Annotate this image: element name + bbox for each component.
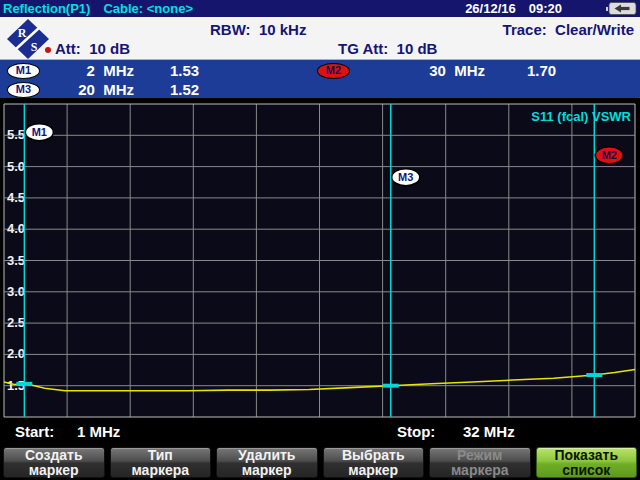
y-axis-tick-label: 4.5: [7, 190, 25, 205]
trace-mode-value: Trace: Clear/Write: [503, 21, 634, 38]
marker-badge-m3: M3: [7, 82, 40, 98]
marker-badge-m1: M1: [7, 63, 40, 79]
vswr-plot-svg: 5.55.04.54.03.53.02.52.01.5M1M2M3S11 (fc…: [0, 98, 640, 420]
marker-trace-tick-m3: [383, 384, 399, 388]
analyzer-screen: Reflection(P1) Cable: <none> 26/12/16 09…: [0, 0, 640, 480]
marker-table: M1 2 MHz 1.53 M2 30 MHz 1.70 M3 20 MHz 1…: [0, 60, 640, 98]
measurement-title: Reflection(P1) Cable: <none>: [3, 1, 193, 16]
softkey-marker-mode[interactable]: Режиммаркера: [429, 447, 531, 478]
measurement-mode-label: Reflection(P1): [3, 1, 90, 16]
marker-table-row: M1 2 MHz 1.53 M2 30 MHz 1.70: [0, 62, 640, 81]
y-axis-tick-label: 4.0: [7, 221, 25, 236]
start-value: 1 MHz: [77, 423, 120, 440]
rs-brand-logo-icon: R S: [6, 18, 50, 63]
svg-text:S: S: [31, 40, 38, 54]
vswr-chart: 5.55.04.54.03.53.02.52.01.5M1M2M3S11 (fc…: [0, 98, 640, 420]
tg-attenuation-value: TG Att: 10 dB: [338, 40, 437, 57]
stop-value: 32 MHz: [463, 423, 515, 440]
y-axis-tick-label: 5.0: [7, 159, 25, 174]
marker-badge-m2: M2: [317, 63, 350, 79]
title-bar: Reflection(P1) Cable: <none> 26/12/16 09…: [0, 0, 640, 17]
marker-m2-value: 1.70: [527, 62, 556, 80]
settings-bar: R S Att: 10 dB RBW: 10 kHz TG Att: 10 dB…: [0, 17, 640, 60]
time-label: 09:20: [529, 1, 562, 16]
cable-label: Cable: <none>: [103, 1, 193, 16]
softkey-delete-marker[interactable]: Удалитьмаркер: [216, 447, 318, 478]
red-dot-icon: [45, 47, 51, 53]
date-label: 26/12/16: [465, 1, 516, 16]
svg-text:R: R: [18, 26, 27, 40]
y-axis-tick-label: 2.5: [7, 315, 25, 330]
battery-charging-icon: [605, 2, 637, 15]
softkey-marker-type[interactable]: Типмаркера: [110, 447, 212, 478]
status-area: 26/12/16 09:20: [465, 1, 637, 16]
rbw-value: RBW: 10 kHz: [210, 21, 306, 38]
softkey-select-marker[interactable]: Выбратьмаркер: [323, 447, 425, 478]
softkey-show-list[interactable]: Показатьсписок: [536, 447, 638, 478]
marker-m3-value: 1.52: [170, 81, 199, 99]
marker-m1-value: 1.53: [170, 62, 199, 80]
marker-trace-tick-m1: [16, 382, 32, 386]
y-axis-tick-label: 3.5: [7, 253, 25, 268]
y-axis-tick-label: 2.0: [7, 346, 25, 361]
marker-badge-label: M1: [32, 126, 47, 138]
y-axis-tick-label: 3.0: [7, 284, 25, 299]
marker-m2-freq: 30 MHz: [385, 62, 485, 80]
chart-title: S11 (fcal) VSWR: [531, 109, 631, 124]
marker-badge-label: M3: [398, 171, 413, 183]
softkey-create-marker[interactable]: Создатьмаркер: [3, 447, 105, 478]
softkey-bar: Создатьмаркер Типмаркера Удалитьмаркер В…: [0, 446, 640, 480]
start-label: Start:: [15, 423, 54, 440]
attenuation-value: Att: 10 dB: [55, 40, 130, 57]
frequency-range-bar: Start: 1 MHz Stop: 32 MHz: [0, 420, 640, 446]
y-axis-tick-label: 5.5: [7, 127, 25, 142]
marker-m3-freq: 20 MHz: [46, 81, 134, 99]
stop-label: Stop:: [397, 423, 435, 440]
marker-trace-tick-m2: [586, 373, 602, 377]
marker-m1-freq: 2 MHz: [46, 62, 134, 80]
marker-badge-label: M2: [602, 149, 617, 161]
